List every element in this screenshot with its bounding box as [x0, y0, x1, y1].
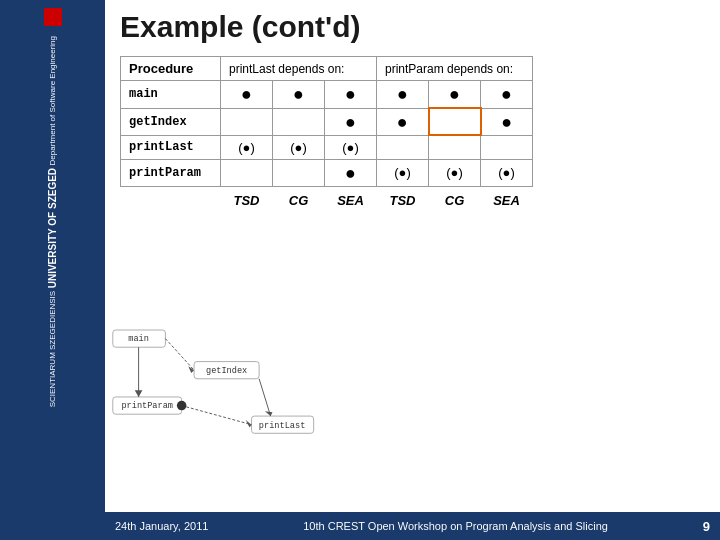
cell — [481, 135, 533, 159]
footer-col-cg2: CG — [429, 186, 481, 212]
printparam-header: printParam depends on: — [377, 57, 533, 81]
university-logo — [44, 8, 62, 26]
footer-col-tsd2: TSD — [377, 186, 429, 212]
footer-date: 24th January, 2011 — [115, 520, 208, 532]
cell: ● — [481, 81, 533, 109]
table-row: printParam ● (●) (●) (●) — [121, 159, 533, 186]
table-row: printLast (●) (●) (●) — [121, 135, 533, 159]
cell: ● — [325, 159, 377, 186]
cell — [221, 108, 273, 135]
cell — [429, 135, 481, 159]
svg-point-16 — [177, 401, 187, 411]
svg-text:main: main — [128, 334, 149, 344]
cell — [221, 159, 273, 186]
cell — [377, 135, 429, 159]
footer-col-tsd1: TSD — [221, 186, 273, 212]
table-footer-row: TSD CG SEA TSD CG SEA — [121, 186, 533, 212]
cell — [273, 159, 325, 186]
footer-page-number: 9 — [703, 519, 710, 534]
row-label-main: main — [121, 81, 221, 109]
row-label-printparam: printParam — [121, 159, 221, 186]
svg-line-10 — [259, 379, 270, 416]
cell: ● — [325, 81, 377, 109]
dependency-table: Procedure printLast depends on: printPar… — [120, 56, 533, 212]
table-row: getIndex ● ● ● — [121, 108, 533, 135]
footer-col-cg1: CG — [273, 186, 325, 212]
cell: ● — [273, 81, 325, 109]
cell: ● — [481, 108, 533, 135]
cell: ● — [377, 108, 429, 135]
cell: ● — [221, 81, 273, 109]
procedure-header: Procedure — [121, 57, 221, 81]
row-label-getindex: getIndex — [121, 108, 221, 135]
cell: ● — [429, 81, 481, 109]
cell-highlighted — [429, 108, 481, 135]
diagram-svg: main getIndex printParam printLast — [108, 320, 328, 450]
footer-col-sea1: SEA — [325, 186, 377, 212]
cell: (●) — [325, 135, 377, 159]
footer-col-sea2: SEA — [481, 186, 533, 212]
svg-text:printLast: printLast — [259, 421, 305, 431]
footer-bar: 24th January, 2011 10th CREST Open Works… — [105, 512, 720, 540]
svg-text:printParam: printParam — [121, 401, 173, 411]
footer-empty — [121, 186, 221, 212]
svg-line-11 — [182, 406, 252, 425]
cell — [273, 108, 325, 135]
row-label-printlast: printLast — [121, 135, 221, 159]
page-title: Example (cont'd) — [120, 10, 705, 44]
cell: ● — [377, 81, 429, 109]
cell: ● — [325, 108, 377, 135]
table-wrapper: Procedure printLast depends on: printPar… — [120, 56, 705, 212]
cell: (●) — [429, 159, 481, 186]
cell: (●) — [377, 159, 429, 186]
cell: (●) — [221, 135, 273, 159]
table-header-row: Procedure printLast depends on: printPar… — [121, 57, 533, 81]
call-graph-diagram: main getIndex printParam printLast — [108, 320, 328, 450]
svg-marker-13 — [135, 390, 143, 397]
svg-line-8 — [165, 339, 194, 371]
svg-text:getIndex: getIndex — [206, 366, 247, 376]
cell: (●) — [481, 159, 533, 186]
cell: (●) — [273, 135, 325, 159]
table-row: main ● ● ● ● ● ● — [121, 81, 533, 109]
svg-marker-14 — [265, 411, 273, 416]
sidebar: SCIENTIARUM SZEGEDIENSIS UNIVERSITY OF S… — [0, 0, 105, 540]
footer-event: 10th CREST Open Workshop on Program Anal… — [303, 520, 608, 532]
printlast-header: printLast depends on: — [221, 57, 377, 81]
main-content: Example (cont'd) Procedure printLast dep… — [105, 0, 720, 540]
university-name: SCIENTIARUM SZEGEDIENSIS UNIVERSITY OF S… — [47, 36, 59, 407]
